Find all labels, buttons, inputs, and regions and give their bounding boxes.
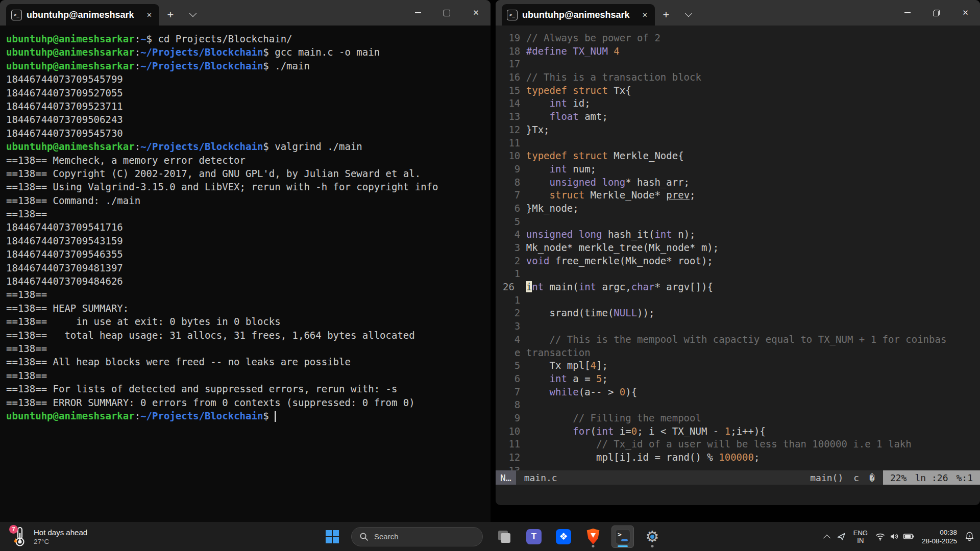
right-terminal-tab[interactable]: >_ ubuntuhp@animeshsark ✕ xyxy=(502,4,655,26)
text-segment: * hash_arr; xyxy=(625,177,690,188)
text-segment: : xyxy=(135,141,140,152)
taskbar-app-brave[interactable] xyxy=(582,525,604,548)
taskbar-app-teams[interactable]: T xyxy=(523,525,545,548)
text-segment: 18446744073709541716 xyxy=(6,221,123,233)
windows-logo-icon xyxy=(326,530,339,543)
close-button[interactable]: ✕ xyxy=(461,0,491,26)
tab-close-icon[interactable]: ✕ xyxy=(144,10,154,20)
terminal-line: 18446744073709523711 xyxy=(6,99,491,113)
vim-editor[interactable]: 19// Always be power of 218#define TX_NU… xyxy=(496,26,980,470)
tab-dropdown-button[interactable] xyxy=(182,4,204,26)
text-segment: 4 xyxy=(614,45,619,57)
terminal-output[interactable]: ubuntuhp@animeshsarkar:~$ cd Projects/Bl… xyxy=(0,26,491,422)
close-button[interactable]: ✕ xyxy=(951,0,980,26)
code-line: e transaction xyxy=(503,346,980,360)
text-segment: mpl[i].id = rand() % xyxy=(526,452,719,463)
text-segment xyxy=(275,411,276,422)
text-segment: 18446744073709527055 xyxy=(6,87,123,98)
tab-close-icon[interactable]: ✕ xyxy=(640,10,650,20)
text-segment xyxy=(526,111,550,122)
code-line: 10 for(int i=0; i < TX_NUM - 1;i++){ xyxy=(503,425,980,438)
text-segment: : xyxy=(135,33,140,44)
statusline-glyph: � xyxy=(869,472,875,483)
active-indicator xyxy=(618,545,628,547)
code-line: 9 int num; xyxy=(503,163,980,176)
code-line: 8 unsigned long* hash_arr; xyxy=(503,176,980,189)
text-segment: ; xyxy=(602,373,608,384)
code-line: 4 // This is the mempool with capactiy e… xyxy=(503,333,980,346)
line-number: 4 xyxy=(503,333,520,346)
taskbar-app-file-explorer[interactable] xyxy=(493,525,516,548)
tab-dropdown-button[interactable] xyxy=(677,4,700,26)
text-segment: ==138== in use at exit: 0 bytes in 0 blo… xyxy=(6,316,281,327)
clock-widget[interactable]: 00:38 28-08-2025 xyxy=(922,528,957,545)
terminal-line: ==138== Command: ./main xyxy=(6,194,491,207)
code-line: 5 xyxy=(503,215,980,229)
gear-icon: ⚙ xyxy=(644,529,660,545)
text-segment: srand(time( xyxy=(526,307,614,318)
text-segment: $ valgrind ./main xyxy=(263,141,362,152)
tray-overflow-button[interactable] xyxy=(824,534,829,539)
text-segment: ubuntuhp@animeshsarkar xyxy=(6,141,135,152)
text-segment: Merkle_Node{ xyxy=(608,150,684,161)
text-segment: int xyxy=(579,281,596,292)
volume-icon xyxy=(889,532,899,541)
line-number: 1 xyxy=(503,294,520,307)
text-segment: (a-- > xyxy=(579,386,620,397)
weather-badge: 7 xyxy=(9,525,18,534)
taskbar-app-dropbox[interactable]: ❖ xyxy=(552,525,575,548)
system-icons[interactable] xyxy=(875,532,915,541)
start-button[interactable] xyxy=(321,525,344,548)
text-segment: ==138== total heap usage: 31 allocs, 31 … xyxy=(6,330,415,341)
text-segment xyxy=(526,425,573,437)
taskbar-app-settings[interactable]: ⚙ xyxy=(641,525,664,548)
taskbar: 7 Hot days ahead 27°C xyxy=(0,522,980,551)
text-segment: nt xyxy=(532,281,544,292)
text-segment: $ gcc main.c -o main xyxy=(263,46,380,58)
line-number: 11 xyxy=(503,438,520,451)
code-line: 17 xyxy=(503,58,980,71)
line-number: 10 xyxy=(503,425,520,438)
left-terminal-tab[interactable]: >_ ubuntuhp@animeshsark ✕ xyxy=(6,4,159,26)
weather-temperature: 27°C xyxy=(34,538,87,545)
line-number: 3 xyxy=(503,241,520,255)
text-segment: : xyxy=(135,60,140,71)
teams-icon: T xyxy=(526,529,542,544)
text-segment: a = xyxy=(567,373,596,384)
restore-button[interactable] xyxy=(922,0,951,26)
terminal-icon: > xyxy=(615,529,630,544)
code-line: 4unsigned long hash_it(int n); xyxy=(503,228,980,241)
weather-widget[interactable]: 7 Hot days ahead 27°C xyxy=(11,522,87,551)
line-number: 8 xyxy=(503,176,520,189)
terminal-line: ubuntuhp@animeshsarkar:~$ cd Projects/Bl… xyxy=(6,32,491,45)
maximize-button[interactable] xyxy=(432,0,461,26)
text-segment: ==138== xyxy=(6,208,47,219)
minimize-button[interactable] xyxy=(893,0,922,26)
new-tab-button[interactable]: + xyxy=(159,4,182,26)
minimize-button[interactable] xyxy=(403,0,432,26)
text-segment: 18446744073709481397 xyxy=(6,262,123,273)
text-segment: 4 xyxy=(591,360,596,371)
terminal-line: 18446744073709527055 xyxy=(6,86,491,99)
new-tab-button[interactable]: + xyxy=(655,4,677,26)
line-number: 17 xyxy=(503,58,520,71)
code-line: 9 // Filling the mempool xyxy=(503,412,980,425)
terminal-line: ==138== ERROR SUMMARY: 0 errors from 0 c… xyxy=(6,396,491,409)
search-box[interactable]: Search xyxy=(351,527,483,546)
text-segment: struct xyxy=(550,189,585,201)
pen-pointer-icon[interactable] xyxy=(837,532,846,541)
language-indicator[interactable]: ENG IN xyxy=(853,529,868,544)
terminal-line: ==138== in use at exit: 0 bytes in 0 blo… xyxy=(6,315,491,328)
text-segment: : xyxy=(135,46,140,58)
line-number: 1 xyxy=(503,267,520,281)
text-segment: $ xyxy=(263,410,275,421)
taskbar-app-terminal[interactable]: > xyxy=(611,525,634,548)
line-number: 10 xyxy=(503,149,520,163)
text-segment: e transaction xyxy=(514,347,591,358)
line-number: 6 xyxy=(503,372,520,386)
terminal-window-left: >_ ubuntuhp@animeshsark ✕ + ✕ ubuntuhp@a… xyxy=(0,0,491,522)
text-segment: typedef struct xyxy=(526,85,608,96)
text-segment: main( xyxy=(544,281,579,292)
notification-bell-icon[interactable]: z xyxy=(964,531,975,542)
line-number: 8 xyxy=(503,398,520,412)
